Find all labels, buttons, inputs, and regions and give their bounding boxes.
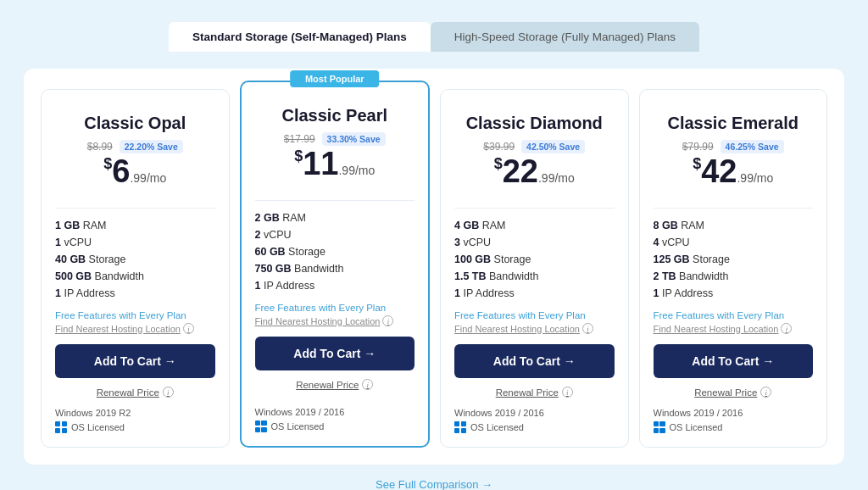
free-features-link-pearl[interactable]: Free Features with Every Plan xyxy=(255,303,415,313)
nearest-location-emerald[interactable]: Find Nearest Hosting Location i xyxy=(654,323,814,334)
spec-item-opal-2: 40 GB Storage xyxy=(55,251,215,268)
price-row-emerald: $79.99 46.25% Save xyxy=(654,140,814,153)
os-row-opal: OS Licensed xyxy=(55,421,215,433)
os-line2-opal: OS Licensed xyxy=(71,422,125,432)
renewal-info-icon-opal: i xyxy=(163,387,174,398)
tabs-row: Standard Storage (Self-Managed) PlansHig… xyxy=(24,22,844,52)
plan-name-opal: Classic Opal xyxy=(55,114,215,133)
spec-item-opal-4: 1 IP Address xyxy=(55,285,215,302)
original-price-emerald: $79.99 xyxy=(682,141,714,153)
spec-item-pearl-1: 2 vCPU xyxy=(255,226,415,243)
spec-item-diamond-0: 4 GB RAM xyxy=(454,217,615,234)
plan-card-pearl: Most PopularClassic Pearl $17.99 33.30% … xyxy=(240,81,431,448)
os-section-pearl: Windows 2019 / 2016 OS Licensed xyxy=(255,407,415,432)
renewal-info-icon-emerald: i xyxy=(760,387,771,398)
info-icon-diamond: i xyxy=(582,323,593,334)
save-badge-diamond: 42.50% Save xyxy=(521,140,585,153)
price-cents-diamond: .99/mo xyxy=(538,171,575,185)
price-amount-diamond: 22 xyxy=(503,153,538,189)
os-line2-pearl: OS Licensed xyxy=(271,421,325,432)
save-badge-emerald: 46.25% Save xyxy=(721,140,784,153)
original-price-opal: $8.99 xyxy=(87,141,113,153)
spec-list-opal: 1 GB RAM1 vCPU40 GB Storage500 GB Bandwi… xyxy=(55,217,215,302)
plan-name-pearl: Classic Pearl xyxy=(255,106,415,125)
renewal-price-pearl[interactable]: Renewal Price i xyxy=(255,379,415,390)
price-row-pearl: $17.99 33.30% Save xyxy=(255,132,415,146)
plan-name-diamond: Classic Diamond xyxy=(454,114,615,133)
page-wrapper: Standard Storage (Self-Managed) PlansHig… xyxy=(10,8,858,490)
info-icon-emerald: i xyxy=(781,323,792,334)
add-to-cart-btn-pearl[interactable]: Add To Cart → xyxy=(255,337,415,370)
os-line1-emerald: Windows 2019 / 2016 xyxy=(654,408,814,418)
price-row-opal: $8.99 22.20% Save xyxy=(55,140,215,153)
os-line2-diamond: OS Licensed xyxy=(470,422,524,432)
nearest-location-pearl[interactable]: Find Nearest Hosting Location i xyxy=(255,315,415,326)
spec-list-emerald: 8 GB RAM4 vCPU125 GB Storage2 TB Bandwid… xyxy=(654,217,814,302)
renewal-price-opal[interactable]: Renewal Price i xyxy=(55,387,215,398)
divider-emerald xyxy=(654,208,814,209)
divider-pearl xyxy=(255,200,415,201)
windows-icon-emerald xyxy=(654,421,665,433)
tab-standard[interactable]: Standard Storage (Self-Managed) Plans xyxy=(169,22,431,52)
price-row-diamond: $39.99 42.50% Save xyxy=(454,140,615,153)
most-popular-badge: Most Popular xyxy=(290,70,380,87)
renewal-info-icon-diamond: i xyxy=(562,387,573,398)
nearest-location-diamond[interactable]: Find Nearest Hosting Location i xyxy=(454,323,615,334)
os-section-opal: Windows 2019 R2 OS Licensed xyxy=(55,408,215,433)
os-row-diamond: OS Licensed xyxy=(454,421,615,433)
add-to-cart-btn-diamond[interactable]: Add To Cart → xyxy=(454,344,615,378)
plan-name-emerald: Classic Emerald xyxy=(654,114,814,133)
price-dollar-sign: $ xyxy=(294,148,303,164)
price-cents-opal: .99/mo xyxy=(130,171,166,185)
windows-icon-diamond xyxy=(454,421,466,433)
see-full-comparison-link[interactable]: See Full Comparison → xyxy=(24,478,844,490)
spec-list-diamond: 4 GB RAM3 vCPU100 GB Storage1.5 TB Bandw… xyxy=(454,217,615,302)
add-to-cart-btn-opal[interactable]: Add To Cart → xyxy=(55,344,215,378)
spec-item-diamond-3: 1.5 TB Bandwidth xyxy=(454,268,615,285)
free-features-link-diamond[interactable]: Free Features with Every Plan xyxy=(454,310,615,320)
os-section-emerald: Windows 2019 / 2016 OS Licensed xyxy=(654,408,814,433)
os-section-diamond: Windows 2019 / 2016 OS Licensed xyxy=(454,408,615,433)
nearest-location-opal[interactable]: Find Nearest Hosting Location i xyxy=(55,323,215,334)
plan-card-diamond: Classic Diamond $39.99 42.50% Save $22.9… xyxy=(440,89,629,448)
spec-item-opal-0: 1 GB RAM xyxy=(55,217,215,234)
spec-item-emerald-4: 1 IP Address xyxy=(654,285,814,302)
windows-icon-pearl xyxy=(255,420,267,432)
spec-item-pearl-2: 60 GB Storage xyxy=(255,243,415,260)
price-dollar-sign: $ xyxy=(494,155,503,172)
add-to-cart-btn-emerald[interactable]: Add To Cart → xyxy=(654,344,814,378)
spec-item-pearl-3: 750 GB Bandwidth xyxy=(255,260,415,277)
current-price-emerald: $42.99/mo xyxy=(654,155,814,187)
spec-item-opal-1: 1 vCPU xyxy=(55,234,215,251)
plan-card-opal: Classic Opal $8.99 22.20% Save $6.99/mo … xyxy=(41,89,230,448)
renewal-price-diamond[interactable]: Renewal Price i xyxy=(454,387,615,398)
plan-card-emerald: Classic Emerald $79.99 46.25% Save $42.9… xyxy=(639,89,828,448)
price-dollar-sign: $ xyxy=(693,155,701,172)
original-price-pearl: $17.99 xyxy=(284,133,315,145)
price-amount-pearl: 11 xyxy=(303,146,338,181)
current-price-diamond: $22.99/mo xyxy=(454,155,615,187)
info-icon-pearl: i xyxy=(382,315,393,326)
original-price-diamond: $39.99 xyxy=(483,141,515,153)
renewal-price-emerald[interactable]: Renewal Price i xyxy=(654,387,814,398)
renewal-info-icon-pearl: i xyxy=(362,379,373,390)
price-cents-pearl: .99/mo xyxy=(338,164,375,177)
save-badge-opal: 22.20% Save xyxy=(120,140,183,153)
price-amount-emerald: 42 xyxy=(701,153,737,189)
price-amount-opal: 6 xyxy=(112,153,130,189)
os-line2-emerald: OS Licensed xyxy=(670,422,723,432)
free-features-link-opal[interactable]: Free Features with Every Plan xyxy=(55,310,215,320)
spec-list-pearl: 2 GB RAM2 vCPU60 GB Storage750 GB Bandwi… xyxy=(255,209,415,294)
os-line1-pearl: Windows 2019 / 2016 xyxy=(255,407,415,417)
tab-highspeed[interactable]: High-Speed Storage (Fully Managed) Plans xyxy=(431,22,699,52)
spec-item-pearl-0: 2 GB RAM xyxy=(255,209,415,226)
spec-item-opal-3: 500 GB Bandwidth xyxy=(55,268,215,285)
windows-icon-opal xyxy=(55,421,67,433)
current-price-opal: $6.99/mo xyxy=(55,155,215,187)
os-line1-diamond: Windows 2019 / 2016 xyxy=(454,408,615,418)
spec-item-pearl-4: 1 IP Address xyxy=(255,277,415,294)
free-features-link-emerald[interactable]: Free Features with Every Plan xyxy=(654,310,814,320)
spec-item-emerald-2: 125 GB Storage xyxy=(654,251,814,268)
plans-container: Classic Opal $8.99 22.20% Save $6.99/mo … xyxy=(24,69,844,465)
spec-item-diamond-4: 1 IP Address xyxy=(454,285,615,302)
